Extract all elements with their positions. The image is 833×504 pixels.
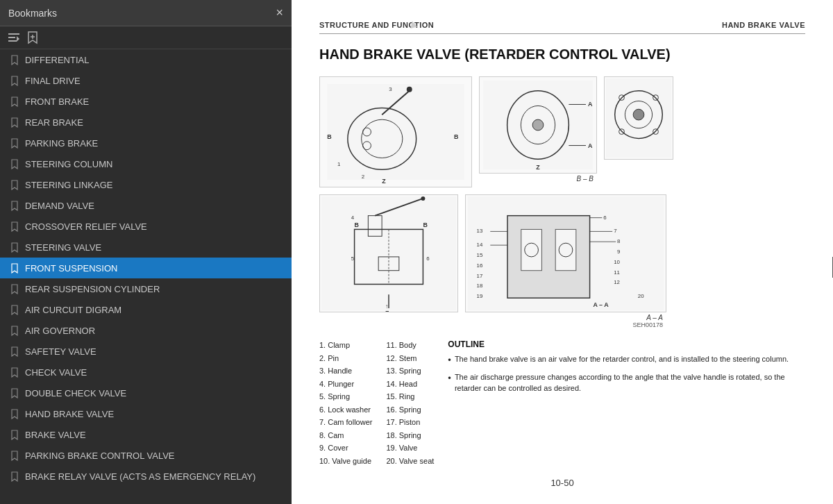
bookmark-icon-6 [10,158,19,169]
bookmark-label-6: STEERING COLUMN [25,159,112,169]
bookmark-item-14[interactable]: AIR GOVERNOR [0,320,292,341]
bookmark-label-15: SAFETEY VALVE [25,346,96,357]
svg-rect-7 [327,84,464,180]
bookmark-icon-10 [10,242,19,253]
bookmark-label-21: BRAKE RELAY VALVE (ACTS AS EMERGENCY REL… [25,471,255,482]
outline-section: OUTLINE The hand brake valve is an air v… [448,339,805,467]
bookmark-item-12[interactable]: REAR SUSPENSION CYLINDER [0,278,292,299]
bookmark-label-11: FRONT SUSPENSION [25,263,117,274]
bookmark-item-18[interactable]: HAND BRAKE VALVE [0,403,292,424]
bookmark-item-17[interactable]: DOUBLE CHECK VALVE [0,383,292,403]
bookmarks-header: Bookmarks × [0,0,292,26]
bookmarks-list[interactable]: DIFFERENTIAL FINAL DRIVE FRONT BRAKE REA… [0,49,292,504]
part-item: 13. Spring [386,365,434,377]
bookmark-item-2[interactable]: FINAL DRIVE [0,70,292,91]
svg-text:A – A: A – A [594,301,609,308]
svg-text:↑: ↑ [385,303,388,310]
bookmark-label-18: HAND BRAKE VALVE [25,409,114,419]
bookmark-item-9[interactable]: CROSSOVER RELIEF VALVE [0,216,292,237]
bookmark-label-19: BRAKE VALVE [25,430,86,440]
diagram-top-far [604,76,673,160]
bookmark-item-1[interactable]: DIFFERENTIAL [0,49,292,70]
svg-text:10: 10 [614,259,620,265]
bookmark-item-10[interactable]: STEERING VALVE [0,237,292,258]
bookmark-label-12: REAR SUSPENSION CYLINDER [25,284,160,294]
doc-diagrams-row2: 4 5 6 ↑ Z B B [319,194,805,328]
bookmark-label-2: FINAL DRIVE [25,76,81,86]
diagram-bottom-left-svg: 4 5 6 ↑ Z B B [320,195,457,312]
svg-text:4: 4 [351,215,355,221]
diagram-main-svg: 1 2 3 B B Z [320,77,471,187]
bookmark-item-16[interactable]: CHECK VALVE [0,362,292,383]
svg-text:19: 19 [477,293,483,299]
svg-point-23 [532,119,544,131]
svg-text:20: 20 [638,293,644,299]
bookmark-icon-21 [10,471,19,482]
bookmark-label-9: CROSSOVER RELIEF VALVE [25,221,147,232]
doc-page-number: 10-50 [319,478,805,488]
svg-marker-3 [17,36,19,42]
bookmark-item-13[interactable]: AIR CURCUIT DIGRAM [0,299,292,320]
parts-col1: 1. Clamp2. Pin3. Handle4. Plunger5. Spri… [319,339,372,467]
part-item: 6. Lock washer [319,404,372,416]
diagram-code: SEH00178 [632,321,663,328]
svg-text:7: 7 [614,228,616,234]
svg-text:14: 14 [477,242,483,248]
diagram-top-right: A A Z [479,76,597,174]
svg-rect-0 [8,33,19,35]
bookmarks-panel: Bookmarks × DIFFERENTIAL FINAL DRIVE [0,0,292,504]
bookmark-label-5: PARKING BRAKE [25,138,98,149]
part-item: 10. Valve guide [319,455,372,467]
svg-text:17: 17 [477,273,483,279]
svg-text:12: 12 [614,279,620,285]
bookmark-icon-9 [10,221,19,232]
bookmark-item-19[interactable]: BRAKE VALVE [0,424,292,445]
bookmarks-title: Bookmarks [8,8,57,19]
bookmark-icon-18 [10,408,19,419]
bookmark-item-21[interactable]: BRAKE RELAY VALVE (ACTS AS EMERGENCY REL… [0,466,292,487]
svg-text:Z: Z [536,164,540,171]
bookmark-label-8: DEMAND VALVE [25,201,94,211]
part-item: 20. Valve seat [386,455,434,467]
bookmark-item-20[interactable]: PARKING BRAKE CONTROL VALVE [0,445,292,466]
bookmark-icon-13 [10,304,19,315]
svg-rect-1 [8,37,15,38]
part-item: 3. Handle [319,365,372,377]
doc-header: STRUCTURE AND FUNCTION HAND BRAKE VALVE [319,21,805,34]
svg-text:3: 3 [389,86,392,92]
bookmark-icon-2 [10,75,19,86]
outline-title: OUTLINE [448,339,805,349]
expand-icon [7,31,21,44]
bookmark-item-7[interactable]: STEERING LINKAGE [0,174,292,195]
bookmark-item-5[interactable]: PARKING BRAKE [0,133,292,153]
bookmarks-close-button[interactable]: × [276,6,283,20]
diagram-top-far-svg [605,77,673,159]
part-item: 16. Spring [386,404,434,416]
svg-point-41 [421,196,425,201]
bookmark-label-4: REAR BRAKE [25,117,83,128]
add-bookmark-button[interactable] [26,31,39,44]
bookmark-item-8[interactable]: DEMAND VALVE [0,195,292,216]
bookmark-item-11[interactable]: FRONT SUSPENSION [0,258,292,278]
expand-bookmarks-button[interactable] [7,31,21,44]
svg-text:5: 5 [351,255,355,262]
part-item: 11. Body [386,339,434,351]
part-item: 4. Plunger [319,378,372,390]
svg-text:B: B [327,133,331,140]
bookmark-icon-16 [10,367,19,378]
bookmarks-toolbar [0,26,292,49]
svg-text:9: 9 [617,249,621,255]
outline-bullet: The air discharge pressure changes accor… [448,371,805,394]
bookmark-label-20: PARKING BRAKE CONTROL VALVE [25,451,175,461]
svg-text:15: 15 [477,252,483,258]
part-item: 2. Pin [319,353,372,364]
bookmark-item-6[interactable]: STEERING COLUMN [0,153,292,174]
bookmark-item-4[interactable]: REAR BRAKE [0,112,292,133]
bookmark-icon-11 [10,262,19,274]
bookmark-icon-7 [10,179,19,190]
bookmark-icon-8 [10,200,19,211]
svg-rect-53 [507,216,590,299]
bookmark-label-13: AIR CURCUIT DIGRAM [25,305,121,315]
bookmark-item-3[interactable]: FRONT BRAKE [0,91,292,112]
bookmark-item-15[interactable]: SAFETEY VALVE [0,341,292,362]
